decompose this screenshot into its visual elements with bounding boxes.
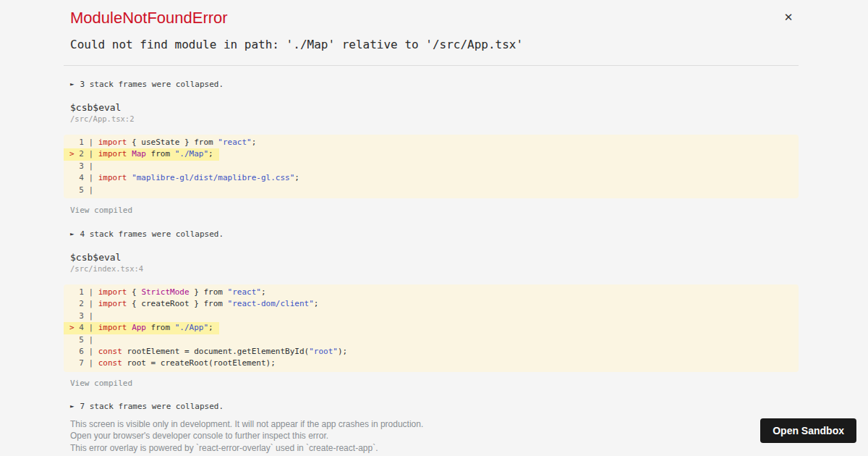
code-token: ; (314, 299, 319, 308)
code-token: "react" (228, 287, 261, 297)
code-token: 4 | (69, 173, 98, 182)
error-overlay: ModuleNotFoundError Could not find modul… (0, 0, 868, 454)
code-token: ; (208, 149, 213, 159)
code-token: 5 | (69, 335, 98, 345)
expand-arrow-icon: ► (70, 402, 74, 411)
code-token: "./Map" (175, 149, 208, 159)
divider (64, 65, 799, 66)
code-token: 3 | (69, 161, 98, 171)
code-token: "react" (218, 138, 251, 147)
collapsed-frames-label: 4 stack frames were collapsed. (80, 229, 224, 239)
footer-note: This error overlay is powered by `react-… (70, 442, 799, 454)
code-block: 1 | import { StrictMode } from "react"; … (64, 284, 799, 372)
code-token: ; (261, 287, 266, 297)
footer-note: This screen is visible only in developme… (70, 418, 799, 430)
code-line: 3 | (64, 161, 104, 172)
code-token: import (98, 149, 127, 159)
code-line: 5 | (64, 334, 104, 346)
code-token: import (98, 299, 127, 308)
code-token: StrictMode (141, 287, 189, 297)
code-token: ); (338, 347, 347, 356)
code-token: 2 | (75, 149, 98, 159)
code-token: 3 | (69, 311, 98, 321)
code-token: root = createRoot(rootElement); (122, 358, 276, 368)
code-token: from (146, 323, 175, 332)
close-button[interactable]: ✕ (781, 10, 796, 25)
code-line: 6 | const rootElement = document.getElem… (64, 346, 353, 358)
expand-arrow-icon: ► (70, 80, 74, 89)
code-line-highlighted: > 4 | import App from "./App"; (64, 322, 219, 334)
collapsed-frames-label: 3 stack frames were collapsed. (80, 80, 224, 89)
stack-frame-location: /src/App.tsx:2 (70, 114, 799, 123)
code-token: 2 | (69, 299, 98, 308)
code-token: { createRoot } from (127, 299, 228, 308)
code-token: import (98, 173, 127, 182)
collapsed-frames-toggle-2[interactable]: ►4 stack frames were collapsed. (70, 229, 799, 239)
code-token: "root" (309, 347, 338, 356)
code-token: const (98, 358, 122, 368)
code-line: 7 | const root = createRoot(rootElement)… (64, 358, 281, 369)
code-token: 4 | (75, 323, 98, 332)
view-compiled-link-1[interactable]: View compiled (70, 206, 132, 215)
code-token: App (132, 323, 146, 332)
code-token: ; (208, 323, 213, 332)
footer-notes: This screen is visible only in developme… (70, 418, 799, 454)
code-token: import (98, 323, 127, 332)
code-token: rootElement = document.getElementById( (122, 347, 309, 356)
code-token: "react-dom/client" (228, 299, 314, 308)
code-token: from (146, 149, 175, 159)
close-icon: ✕ (784, 11, 793, 24)
open-sandbox-button[interactable]: Open Sandbox (760, 418, 856, 443)
collapsed-frames-toggle-3[interactable]: ►7 stack frames were collapsed. (70, 402, 799, 411)
code-token: import (98, 287, 127, 297)
code-token: 6 | (69, 347, 98, 356)
code-token: 7 | (69, 358, 98, 368)
stack-frame-function: $csb$eval (70, 103, 799, 113)
code-line-highlighted: > 2 | import Map from "./Map"; (64, 148, 219, 160)
code-line: 5 | (64, 185, 104, 196)
code-token: "./App" (175, 323, 208, 332)
footer-note: Open your browser's developer console to… (70, 430, 799, 442)
code-line: 1 | import { useState } from "react"; (64, 137, 262, 148)
code-token: > (69, 323, 75, 332)
code-token: ; (252, 138, 257, 147)
collapsed-frames-label: 7 stack frames were collapsed. (80, 402, 224, 411)
stack-frame-location: /src/index.tsx:4 (70, 264, 799, 273)
code-token: 1 | (69, 287, 98, 297)
code-token: const (98, 347, 122, 356)
view-compiled-link-2[interactable]: View compiled (70, 379, 132, 388)
error-message: Could not find module in path: './Map' r… (70, 39, 799, 51)
stack-frame-function: $csb$eval (70, 253, 799, 263)
code-token: 5 | (69, 185, 98, 195)
code-token: } from (190, 287, 228, 297)
code-token: { useState } from (127, 138, 218, 147)
expand-arrow-icon: ► (70, 229, 74, 239)
error-title: ModuleNotFoundError (70, 0, 799, 28)
code-line: 2 | import { createRoot } from "react-do… (64, 298, 324, 310)
code-line: 4 | import "maplibre-gl/dist/maplibre-gl… (64, 172, 305, 184)
code-token: 1 | (69, 138, 98, 147)
code-token: "maplibre-gl/dist/maplibre-gl.css" (132, 173, 294, 182)
code-token: Map (132, 149, 146, 159)
code-token: { (127, 287, 142, 297)
code-line: 3 | (64, 311, 104, 322)
code-line: 1 | import { StrictMode } from "react"; (64, 287, 272, 298)
collapsed-frames-toggle-1[interactable]: ►3 stack frames were collapsed. (70, 80, 799, 89)
code-token: > (69, 149, 75, 159)
code-block: 1 | import { useState } from "react";> 2… (64, 135, 799, 198)
code-token: ; (294, 173, 299, 182)
code-token: import (98, 138, 127, 147)
